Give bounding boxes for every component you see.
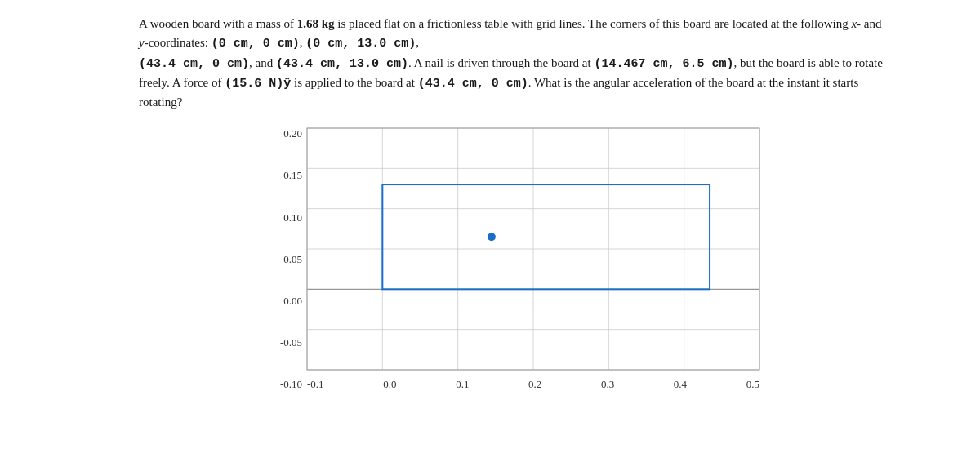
x-label-6: 0.5 [746,379,760,389]
svg-point-18 [488,233,496,241]
force-coord: (43.4 cm, 0 cm) [418,77,528,91]
and-word: and [256,56,274,69]
x-label-3: 0.2 [528,379,541,389]
y-label-6: -0.10 [280,379,302,389]
y-label-4: 0.00 [283,295,302,306]
y-label-2: 0.10 [283,212,302,223]
coord-2: (0 cm, 13.0 cm) [305,37,416,51]
x-label-0: -0.1 [307,379,324,389]
chart-area: 0.20 0.15 0.10 0.05 0.00 -0.05 -0.10 -0.… [139,128,890,389]
coord-4: (43.4 cm, 13.0 cm) [276,57,408,71]
chart-svg [307,128,760,370]
x-var: x [851,17,857,30]
plot-area [307,128,760,370]
y-label-3: 0.05 [283,254,302,264]
nail-coord: (14.467 cm, 6.5 cm) [594,57,733,71]
coord-1: (0 cm, 0 cm) [212,37,300,51]
x-label-4: 0.3 [601,379,614,389]
chart-wrapper: 0.20 0.15 0.10 0.05 0.00 -0.05 -0.10 -0.… [270,128,760,389]
x-label-2: 0.1 [456,379,469,389]
y-label-0: 0.20 [283,128,302,139]
x-label-5: 0.4 [674,379,687,389]
x-axis-labels: -0.1 0.0 0.1 0.2 0.3 0.4 0.5 [307,371,760,389]
y-label-1: 0.15 [283,170,302,180]
coord-3: (43.4 cm, 0 cm) [139,57,249,71]
force-value: (15.6 N)ŷ [225,77,291,91]
y-axis-labels: 0.20 0.15 0.10 0.05 0.00 -0.05 -0.10 [270,128,307,389]
y-label-5: -0.05 [280,337,302,348]
page-content: A wooden board with a mass of 1.68 kg is… [139,15,890,389]
x-label-1: 0.0 [383,379,396,389]
mass-value: 1.68 kg [297,17,335,30]
problem-text: A wooden board with a mass of 1.68 kg is… [139,15,890,112]
y-var: y [139,36,145,49]
